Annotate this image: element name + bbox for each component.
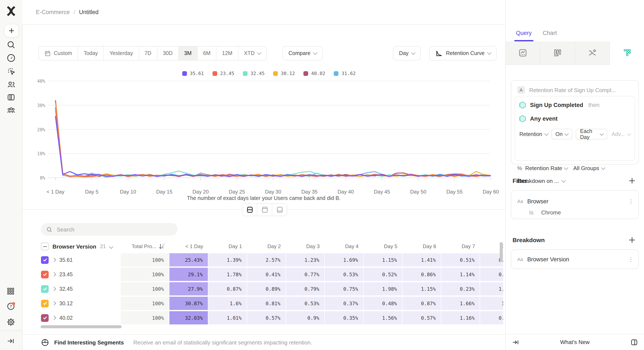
series-line-31.62[interactable] [56,116,491,176]
range-30d[interactable]: 30D [157,46,178,60]
x-axis-tick: Day 50 [410,189,426,195]
split-view-button[interactable] [242,204,257,216]
find-segments-link[interactable]: Find Interesting Segments [54,339,124,346]
range-today[interactable]: Today [78,46,104,60]
horizontal-scrollbar[interactable] [40,325,122,328]
row-checkbox[interactable] [41,285,49,293]
row-checkbox[interactable] [41,314,49,322]
chart-type-button[interactable]: Retention Curve [429,46,497,60]
tab-chart[interactable]: Chart [543,24,557,41]
filter-operator[interactable]: Is [529,209,534,216]
retention-cell: 0.87% [402,297,441,310]
legend-item[interactable]: 30.12 [273,71,295,76]
funnels-icon[interactable] [540,41,575,65]
legend-item[interactable]: 40.02 [304,71,325,76]
day-header[interactable]: Day 6 [402,243,441,249]
breakdown-property[interactable]: Browser Version [527,256,624,262]
x-axis-tick: < 1 Day [46,189,64,195]
expand-row-icon[interactable] [52,316,56,320]
chart-only-button[interactable] [257,204,272,216]
collapse-panel-icon[interactable] [512,338,520,346]
range-12m[interactable]: 12M [216,46,238,60]
range-custom[interactable]: Custom [39,46,78,60]
new-report-button[interactable] [4,24,19,37]
metric-dropdown[interactable]: Retention Rate [525,165,568,171]
advanced-dropdown[interactable]: Adv... [612,131,630,137]
range-7d[interactable]: 7D [139,46,157,60]
table-only-button[interactable] [272,204,287,216]
each-day-dropdown[interactable]: Each Day [576,129,607,139]
breadcrumb-report-title[interactable]: Untitled [79,9,98,15]
apps-grid-icon[interactable] [6,287,16,296]
search-icon[interactable] [6,40,16,49]
insights-icon[interactable] [506,41,540,65]
day-header[interactable]: Day 2 [247,243,286,249]
legend-swatch [334,71,339,76]
kebab-menu-icon[interactable]: ⋮ [628,258,632,260]
filter-value[interactable]: Chrome [541,209,561,216]
users-icon[interactable] [6,80,16,89]
day-header[interactable]: < 1 Day [170,243,208,249]
cursor-click-icon[interactable] [6,66,16,76]
day-header[interactable]: Day 3 [286,243,325,249]
retention-type-dropdown[interactable]: Retention [520,131,548,137]
select-all-checkbox[interactable] [41,243,49,250]
granularity-button[interactable]: Day [393,46,421,60]
compare-button[interactable]: Compare [282,46,323,60]
range-3m[interactable]: 3M [178,46,198,60]
cohort-icon[interactable] [6,105,16,115]
day-header[interactable]: Day 7 [441,243,480,249]
breadcrumb: E-Commerce / Untitled [36,9,98,15]
expand-sidebar-icon[interactable] [6,337,16,346]
groups-dropdown[interactable]: All Groups [573,165,605,171]
compass-icon[interactable] [6,53,16,63]
help-icon[interactable]: ? [6,301,16,311]
series-line-30.12[interactable] [56,103,491,177]
legend-item[interactable]: 32.45 [243,71,264,76]
whats-new-link[interactable]: What's New [560,339,590,345]
chevron-down-icon[interactable] [109,244,113,249]
series-line-23.45[interactable] [56,107,491,177]
search-input[interactable] [56,226,152,233]
event-row-1[interactable]: Sign Up Completed then [520,101,630,109]
kebab-menu-icon[interactable]: ⋮ [628,200,632,202]
legend-item[interactable]: 35.61 [182,71,204,76]
retention-cell: 1.78% [208,268,247,281]
add-breakdown-button[interactable] [629,237,636,243]
row-checkbox[interactable] [41,271,49,278]
retention-line-chart[interactable] [38,78,495,185]
gear-icon[interactable] [6,318,16,327]
expand-row-icon[interactable] [52,287,56,291]
range-6m[interactable]: 6M [198,46,216,60]
row-checkbox[interactable] [41,300,49,307]
panel-layout-icon[interactable] [630,338,638,346]
filter-property[interactable]: Browser [527,198,624,204]
day-header[interactable]: Day 4 [325,243,364,249]
day-header[interactable]: Day 1 [208,243,247,249]
range-xtd[interactable]: XTD [238,46,266,60]
event-row-2[interactable]: Any event [520,115,630,122]
legend-item[interactable]: 23.45 [212,71,234,76]
add-filter-button[interactable] [629,177,636,184]
series-line-35.61[interactable] [56,116,491,176]
mixpanel-logo[interactable] [6,5,17,17]
board-icon[interactable] [6,93,16,102]
breadcrumb-project[interactable]: E-Commerce [36,9,70,15]
total-header-cell[interactable]: Total Pro... [121,243,170,249]
range-yesterday[interactable]: Yesterday [104,46,139,60]
day-header[interactable]: Day 5 [364,243,402,249]
expand-row-icon[interactable] [52,272,56,276]
group-header-label[interactable]: Browser Version [52,243,96,250]
vertical-scrollbar[interactable] [500,242,503,262]
query-title[interactable]: Retention Rate of Sign Up Compl... [529,87,616,93]
expand-row-icon[interactable] [52,258,56,262]
retention-icon[interactable] [610,41,644,65]
expand-row-icon[interactable] [52,301,56,306]
series-line-40.02[interactable] [56,100,491,177]
tab-query[interactable]: Query [516,24,532,41]
flows-icon[interactable] [575,41,610,65]
on-dropdown[interactable]: On [551,129,572,139]
legend-item[interactable]: 31.62 [334,71,356,76]
series-line-32.45[interactable] [56,110,491,177]
row-checkbox[interactable] [41,256,49,264]
